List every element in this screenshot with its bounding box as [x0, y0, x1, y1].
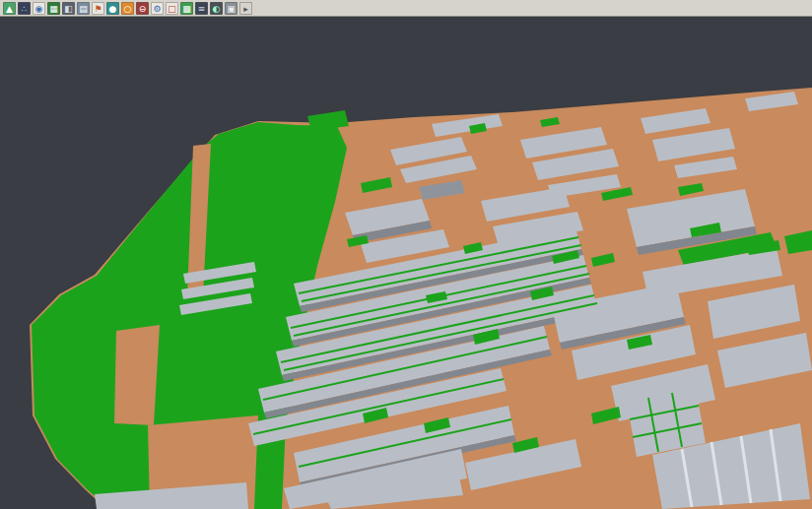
sphere-tool-icon[interactable]: ●	[106, 2, 119, 15]
orthophoto-tool-icon[interactable]: ▤	[77, 2, 90, 15]
application-window: ▲∴◉▦◧▤⚑●○⊖⚙□▩≡◐▣▸	[0, 0, 812, 509]
terrain-tool-icon[interactable]: ▲	[3, 2, 16, 15]
expand-tool-icon[interactable]: ▸	[239, 2, 252, 15]
dense-cloud-tool-icon[interactable]: ∴	[18, 2, 31, 15]
settings-gear-icon[interactable]: ⚙	[151, 2, 164, 15]
photo-view-icon[interactable]: ▣	[225, 2, 237, 15]
delete-tool-icon[interactable]: ⊖	[136, 2, 149, 15]
camera-tool-icon[interactable]: ◉	[33, 2, 45, 15]
region-tool-icon[interactable]: ○	[121, 2, 134, 15]
crop-region-icon[interactable]: □	[166, 2, 178, 15]
point-cloud-scene	[0, 0, 812, 509]
toolbar: ▲∴◉▦◧▤⚑●○⊖⚙□▩≡◐▣▸	[0, 0, 812, 17]
classification-grid-icon[interactable]: ▩	[180, 2, 193, 15]
globe-view-icon[interactable]: ◐	[210, 2, 223, 15]
viewport-3d[interactable]	[0, 0, 812, 509]
bare-patch-left	[114, 325, 160, 425]
layers-tool-icon[interactable]: ≡	[195, 2, 208, 15]
shaded-view-icon[interactable]: ◧	[62, 2, 75, 15]
marker-tool-icon[interactable]: ⚑	[92, 2, 104, 15]
model-tool-icon[interactable]: ▦	[47, 2, 60, 15]
